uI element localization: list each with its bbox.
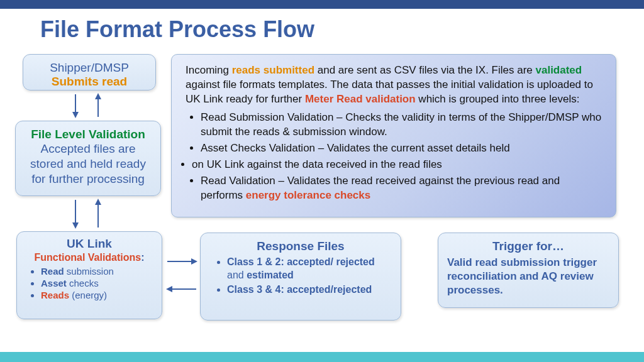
shipper-label: Shipper/DMSP — [32, 61, 147, 75]
bottom-bar — [0, 352, 644, 362]
rf-1b: Class 1 & 2: accepted/ rejected — [227, 256, 375, 267]
list-item: Asset checks — [41, 278, 153, 288]
arrow-left-icon — [166, 284, 197, 297]
file-level-validation-body: Accepted files are stored and held ready… — [25, 141, 152, 186]
file-level-validation-label: File Level Validation — [25, 128, 152, 141]
list-item: Class 1 & 2: accepted/ rejected and esti… — [227, 256, 392, 282]
list-item: Read Validation – Validates the read rec… — [201, 174, 603, 203]
reads-red: Reads — [41, 290, 72, 300]
read-bold: Read — [41, 266, 64, 277]
asset-rest: checks — [67, 278, 99, 288]
list-item: Asset Checks Validation – Validates the … — [201, 141, 603, 156]
info-text: Incoming — [186, 64, 232, 76]
response-list: Class 1 & 2: accepted/ rejected and esti… — [209, 256, 392, 296]
list-item: Read Submission Validation – Checks the … — [201, 111, 603, 140]
fv-colon: : — [141, 252, 144, 263]
box-shipper: Shipper/DMSP Submits read — [23, 54, 156, 90]
list-item: Read submission — [41, 266, 153, 277]
info-text: which is grouped into three levels: — [416, 93, 580, 105]
info-text: and are sent as CSV files via the IX. Fi… — [314, 64, 536, 76]
info-paragraph: Incoming reads submitted and are sent as… — [186, 63, 603, 107]
rf-1b2: estimated — [244, 270, 294, 280]
validation-list: Read submission Asset checks Reads (ener… — [26, 266, 153, 300]
trigger-body: Valid read submission trigger reconcilia… — [447, 256, 609, 297]
svg-marker-11 — [166, 286, 172, 292]
top-bar — [0, 0, 644, 9]
rf-1n: and — [227, 270, 244, 280]
asset-bold: Asset — [41, 278, 67, 288]
svg-marker-9 — [191, 258, 197, 265]
fv-text: Functional Validations — [34, 252, 141, 263]
arrow-down-icon — [70, 93, 80, 121]
svg-marker-1 — [72, 112, 79, 118]
arrow-down-icon — [70, 199, 80, 231]
arrow-up-icon — [93, 199, 103, 231]
trigger-label: Trigger for… — [447, 239, 609, 253]
arrow-right-icon — [166, 256, 197, 269]
reads-paren: (energy) — [72, 290, 107, 300]
list-item: Class 3 & 4: accepted/rejected — [227, 283, 392, 297]
info-bullets: Read Submission Validation – Checks the … — [186, 111, 603, 203]
box-uk-link: UK Link Functional Validations: Read sub… — [16, 231, 162, 319]
slide-canvas: File Format Process Flow Shipper/DMSP Su… — [0, 0, 644, 362]
arrow-up-icon — [93, 93, 103, 121]
read-rest: submission — [64, 266, 114, 277]
reads-submitted: reads submitted — [232, 64, 314, 76]
uk-link-label: UK Link — [26, 237, 153, 251]
svg-marker-5 — [72, 222, 79, 229]
energy-tolerance: energy tolerance checks — [246, 189, 370, 201]
page-title: File Format Process Flow — [0, 9, 644, 48]
list-item: Reads (energy) — [41, 290, 153, 300]
box-trigger: Trigger for… Valid read submission trigg… — [438, 233, 619, 308]
svg-marker-3 — [95, 93, 101, 99]
functional-validations-label: Functional Validations: — [26, 252, 153, 263]
box-response-files: Response Files Class 1 & 2: accepted/ re… — [200, 233, 401, 321]
submits-read-label: Submits read — [32, 75, 147, 89]
box-file-level-validation: File Level Validation Accepted files are… — [15, 121, 161, 196]
validated: validated — [536, 64, 582, 76]
meter-read-validation: Meter Read validation — [305, 93, 416, 105]
response-files-label: Response Files — [209, 239, 392, 253]
box-info: Incoming reads submitted and are sent as… — [171, 54, 616, 217]
svg-marker-7 — [95, 199, 101, 205]
list-item: on UK Link against the data received in … — [192, 158, 603, 172]
